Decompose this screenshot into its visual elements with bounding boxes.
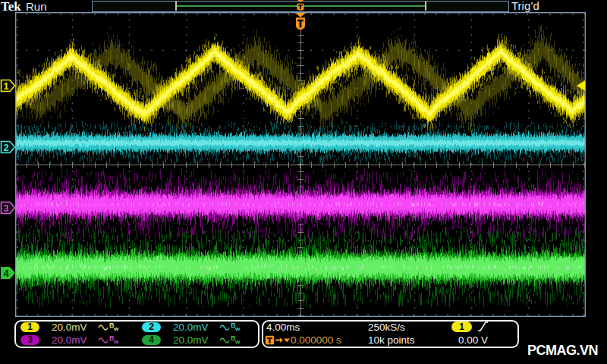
svg-text:w: w bbox=[113, 325, 119, 332]
svg-text:w: w bbox=[234, 338, 241, 345]
svg-text:w: w bbox=[234, 325, 241, 332]
svg-text:4: 4 bbox=[3, 268, 9, 279]
svg-text:w: w bbox=[113, 338, 119, 345]
svg-text:1: 1 bbox=[3, 80, 8, 92]
svg-text:3: 3 bbox=[3, 202, 8, 214]
svg-text:2: 2 bbox=[3, 142, 8, 153]
